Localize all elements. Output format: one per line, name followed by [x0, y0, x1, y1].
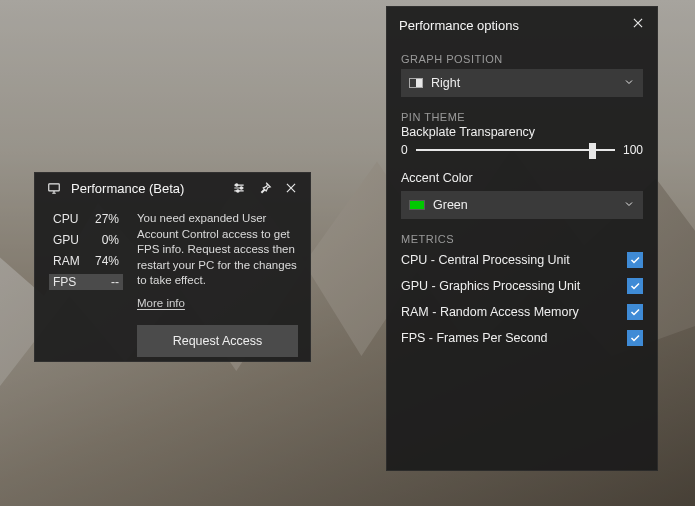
metric-label: FPS - Frames Per Second — [401, 331, 548, 345]
options-title: Performance options — [399, 18, 519, 33]
metric-checkbox[interactable] — [627, 278, 643, 294]
stat-value: -- — [111, 275, 119, 289]
performance-options-panel: Performance options GRAPH POSITION Right… — [386, 6, 658, 471]
slider-thumb[interactable] — [589, 143, 596, 159]
more-info-link[interactable]: More info — [137, 297, 185, 309]
graph-position-label: GRAPH POSITION — [401, 53, 643, 65]
stat-label: GPU — [53, 233, 79, 247]
svg-rect-0 — [49, 184, 60, 191]
stat-label: RAM — [53, 254, 80, 268]
options-titlebar: Performance options — [387, 7, 657, 43]
accent-color-dropdown[interactable]: Green — [401, 191, 643, 219]
slider-min: 0 — [401, 143, 408, 157]
stat-list: CPU 27% GPU 0% RAM 74% FPS -- — [49, 211, 123, 357]
graph-position-dropdown[interactable]: Right — [401, 69, 643, 97]
svg-point-1 — [236, 184, 238, 186]
backplate-transparency-label: Backplate Transparency — [401, 125, 643, 139]
stat-cpu[interactable]: CPU 27% — [49, 211, 123, 227]
stat-label: FPS — [53, 275, 76, 289]
slider-max: 100 — [623, 143, 643, 157]
metric-row-gpu: GPU - Graphics Processing Unit — [401, 273, 643, 299]
metric-label: CPU - Central Processing Unit — [401, 253, 570, 267]
svg-point-2 — [240, 187, 242, 189]
stat-ram[interactable]: RAM 74% — [49, 253, 123, 269]
metric-checkbox[interactable] — [627, 252, 643, 268]
stat-value: 0% — [102, 233, 119, 247]
metric-row-fps: FPS - Frames Per Second — [401, 325, 643, 351]
metric-checkbox[interactable] — [627, 304, 643, 320]
backplate-transparency-slider[interactable] — [416, 149, 615, 151]
metric-row-ram: RAM - Random Access Memory — [401, 299, 643, 325]
svg-point-3 — [237, 190, 239, 192]
performance-titlebar: Performance (Beta) — [35, 173, 310, 203]
stat-value: 27% — [95, 212, 119, 226]
request-access-button[interactable]: Request Access — [137, 325, 298, 357]
color-swatch-icon — [409, 200, 425, 210]
close-icon[interactable] — [631, 16, 645, 34]
settings-sliders-icon[interactable] — [230, 179, 248, 197]
stat-label: CPU — [53, 212, 78, 226]
metric-checkbox[interactable] — [627, 330, 643, 346]
close-icon[interactable] — [282, 179, 300, 197]
performance-widget: Performance (Beta) CPU 27% GPU 0% RAM 74… — [34, 172, 311, 362]
position-right-icon — [409, 78, 423, 88]
pin-theme-label: PIN THEME — [401, 111, 643, 123]
pin-icon[interactable] — [256, 179, 274, 197]
metric-label: GPU - Graphics Processing Unit — [401, 279, 580, 293]
graph-position-value: Right — [431, 76, 460, 90]
accent-color-value: Green — [433, 198, 468, 212]
uac-message: You need expanded User Account Control a… — [137, 211, 298, 289]
chevron-down-icon — [623, 196, 635, 214]
metrics-label: METRICS — [401, 233, 643, 245]
stat-gpu[interactable]: GPU 0% — [49, 232, 123, 248]
performance-title: Performance (Beta) — [71, 181, 184, 196]
metric-label: RAM - Random Access Memory — [401, 305, 579, 319]
chevron-down-icon — [623, 74, 635, 92]
stat-value: 74% — [95, 254, 119, 268]
accent-color-label: Accent Color — [401, 171, 643, 185]
monitor-icon — [45, 179, 63, 197]
metric-row-cpu: CPU - Central Processing Unit — [401, 247, 643, 273]
stat-fps[interactable]: FPS -- — [49, 274, 123, 290]
